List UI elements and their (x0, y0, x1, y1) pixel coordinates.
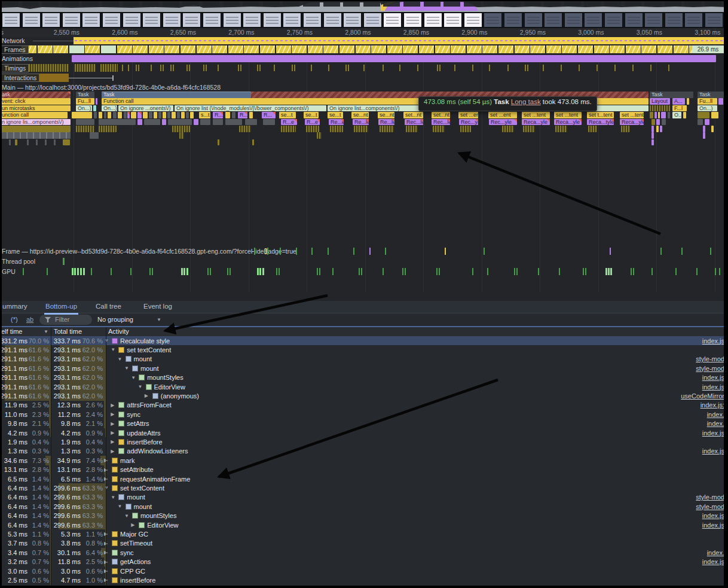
tab-event-log[interactable]: Event log (142, 301, 173, 313)
grouping-dropdown-icon[interactable]: ▼ (157, 317, 161, 322)
frame-segment[interactable] (276, 45, 291, 53)
flame-bar[interactable] (94, 112, 97, 118)
flame-bar[interactable]: R...e (305, 119, 320, 126)
flame-bar[interactable] (127, 112, 130, 118)
frame-segment[interactable] (594, 45, 609, 53)
table-row[interactable]: 291.1 ms61.6 %293.1 ms62.0 %▼mountStyles… (0, 373, 728, 382)
track-frames[interactable]: 26.9 ms Frames (0, 45, 728, 54)
frame-segment[interactable] (149, 45, 164, 53)
expand-arrow-icon[interactable]: ▼ (111, 347, 115, 352)
flame-bar[interactable] (703, 132, 705, 139)
flame-bar[interactable] (263, 119, 275, 126)
source-link[interactable]: index. (707, 420, 724, 427)
track-interactions[interactable]: Interactions (0, 74, 728, 83)
frame-segment[interactable] (181, 45, 195, 53)
flame-bar[interactable]: set ...ent (488, 112, 517, 118)
filmstrip-thumbnail[interactable] (62, 13, 81, 28)
frame-segment[interactable] (435, 45, 450, 53)
flame-bar[interactable]: se...t (279, 112, 296, 118)
flame-bar[interactable] (711, 126, 714, 132)
tab-bottom-up[interactable]: Bottom-up (44, 301, 78, 315)
flame-bar[interactable] (660, 126, 662, 132)
flame-bar[interactable] (232, 112, 235, 118)
flame-bar[interactable] (656, 126, 659, 132)
header-activity[interactable]: Activity (108, 328, 129, 335)
flame-bar[interactable]: F...l (672, 105, 687, 112)
frame-segment[interactable] (451, 45, 466, 53)
table-row[interactable]: 3.0 ms0.6 %3.0 ms0.6 %▶CPP GC (0, 566, 728, 575)
flame-bar[interactable]: R... (213, 112, 223, 118)
collapse-arrow-icon[interactable]: ▶ (111, 430, 114, 435)
flame-bar[interactable] (718, 98, 723, 105)
track-animations[interactable]: Animations (0, 54, 728, 63)
filmstrip-thumbnail[interactable] (2, 13, 20, 28)
flame-bar[interactable]: On...) (102, 105, 117, 112)
filmstrip-thumbnail[interactable] (604, 13, 623, 28)
flame-bar[interactable] (144, 119, 160, 126)
screenshot-filmstrip[interactable] (0, 12, 728, 28)
flame-bar[interactable]: set ...tent (554, 112, 582, 118)
expand-arrow-icon[interactable]: ▼ (118, 357, 123, 362)
filmstrip-thumbnail[interactable] (564, 13, 583, 28)
flame-bar[interactable] (705, 119, 709, 126)
filmstrip-thumbnail[interactable] (524, 13, 543, 28)
frame-segment[interactable] (356, 45, 371, 53)
flame-bar[interactable]: set...nt (432, 112, 450, 118)
flame-bar[interactable] (661, 112, 666, 118)
flame-bar[interactable] (555, 126, 567, 132)
flame-bar[interactable] (658, 112, 660, 118)
regex-icon[interactable]: (*) (11, 316, 18, 323)
flame-bar[interactable] (124, 112, 127, 118)
flame-bar[interactable]: Reca...tyle (587, 119, 614, 126)
filmstrip-thumbnail[interactable] (665, 13, 683, 28)
flame-bar[interactable] (194, 119, 198, 126)
flame-bar[interactable]: R...e (281, 119, 297, 126)
flame-bar[interactable]: Task (76, 92, 94, 98)
flame-bar[interactable] (167, 112, 170, 118)
flame-bar[interactable]: se...t (304, 112, 319, 118)
frame-segment[interactable] (610, 45, 625, 53)
track-thread-pool[interactable]: Thread pool (0, 257, 728, 266)
flame-bar[interactable] (27, 139, 29, 146)
flame-bar[interactable] (650, 112, 653, 118)
frame-segment[interactable] (387, 45, 402, 53)
flame-bar[interactable]: Layout (650, 98, 670, 105)
flame-bar[interactable] (698, 119, 703, 126)
table-row[interactable]: 291.1 ms61.6 %293.1 ms62.0 %▶(anonymous)… (0, 391, 728, 400)
flame-bar[interactable] (662, 119, 666, 126)
flame-bar[interactable]: Reca...yle (554, 119, 582, 126)
expand-arrow-icon[interactable]: ▼ (124, 365, 129, 371)
frame-segment[interactable] (674, 45, 689, 53)
flame-bar[interactable] (190, 112, 194, 118)
flame-bar[interactable] (181, 112, 185, 118)
table-row[interactable]: 6.5 ms1.4 %6.5 ms1.4 %▶requestAnimationF… (0, 474, 728, 483)
column-divider[interactable] (106, 327, 106, 588)
source-link[interactable]: useCodeMirror (681, 392, 724, 400)
flame-bar[interactable]: Fu...ll (698, 98, 717, 105)
flame-bar[interactable] (433, 126, 445, 132)
flame-bar[interactable]: set ...ent (458, 112, 478, 118)
timeline-ruler[interactable]: ms 2,550 ms2,600 ms2,650 ms2,700 ms2,750… (0, 28, 728, 37)
table-row[interactable]: 6.4 ms1.4 %299.6 ms63.3 %▼mountstyle-mod (0, 502, 728, 511)
flame-bar[interactable] (113, 112, 117, 118)
filmstrip-thumbnail[interactable] (243, 13, 261, 28)
flame-bar[interactable]: Task (698, 92, 724, 98)
column-divider[interactable] (51, 327, 51, 588)
flame-bar[interactable] (76, 126, 94, 132)
frame-segment[interactable] (53, 45, 68, 53)
frame-segment[interactable] (212, 45, 227, 53)
frame-segment[interactable] (38, 45, 53, 53)
flame-bar[interactable] (317, 132, 322, 139)
flame-bar[interactable] (668, 112, 670, 118)
filmstrip-thumbnail[interactable] (383, 13, 402, 28)
flame-bar[interactable] (137, 119, 142, 126)
flame-bar[interactable] (45, 139, 47, 146)
filmstrip-thumbnail[interactable] (142, 13, 161, 28)
flame-bar[interactable]: Re...e (329, 119, 344, 126)
flame-bar[interactable] (588, 126, 597, 132)
source-link[interactable]: index. (707, 411, 724, 418)
flame-bar[interactable]: set ...tent (620, 112, 644, 118)
flame-bar[interactable]: Task (102, 92, 251, 98)
sort-arrow-icon[interactable]: ▼ (44, 329, 48, 334)
flame-bar[interactable] (63, 139, 70, 146)
